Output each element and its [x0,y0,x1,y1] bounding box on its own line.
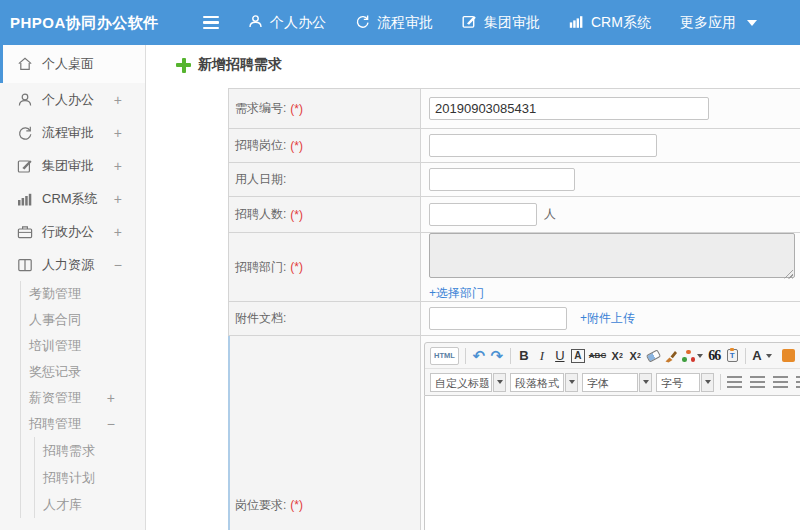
attachment-input[interactable] [429,307,567,330]
field-label: 招聘岗位: [235,137,286,154]
top-nav: 个人办公 流程审批 集团审批 CRM系统 更多应用 [248,0,757,45]
underline-button[interactable]: U [553,347,567,365]
recruit-count-input[interactable] [429,203,537,226]
redo-icon[interactable]: ↷ [490,347,504,365]
recruit-demand-form: 需求编号:(*) 招聘岗位:(*) 用人日期: 招聘人数:(*) 人 招聘部门:… [228,88,800,530]
sidebar-item-recruit-plan[interactable]: 招聘计划 [35,464,145,491]
align-justify-icon[interactable] [796,376,800,388]
main-content: 新增招聘需求 需求编号:(*) 招聘岗位:(*) 用人日期: 招聘人数:(*) … [147,45,800,530]
font-family-select[interactable]: 字体 [582,373,652,392]
group-approve-icon [17,158,33,174]
field-label: 岗位要求: [235,497,286,514]
user-icon [248,14,263,32]
color-dots-icon[interactable] [682,347,703,365]
nav-item-crm[interactable]: CRM系统 [569,14,651,32]
sidebar-item-recruit-mgmt[interactable]: 招聘管理− [21,411,145,437]
sidebar-item-process-approval[interactable]: 流程审批 + [0,116,145,149]
nav-item-process-approval[interactable]: 流程审批 [355,14,433,32]
expand-plus-icon[interactable]: + [114,158,122,174]
collapse-minus-icon[interactable]: − [107,416,115,432]
required-mark: (*) [290,139,303,153]
user-icon [17,92,33,108]
hire-date-input[interactable] [429,168,575,191]
undo-icon[interactable]: ↶ [472,347,486,365]
font-color-button[interactable]: A [752,347,771,365]
briefcase-icon [17,224,33,240]
recruit-dept-textarea[interactable] [429,233,795,278]
italic-button[interactable]: I [535,347,549,365]
required-mark: (*) [290,208,303,222]
expand-plus-icon[interactable]: + [114,224,122,240]
page-title: 新增招聘需求 [176,56,282,74]
paragraph-format-select[interactable]: 段落格式 [510,373,578,392]
sidebar-item-recruit-demand[interactable]: 招聘需求 [35,437,145,464]
format-painter-icon[interactable] [664,347,678,365]
sidebar-item-group-approval[interactable]: 集团审批 + [0,149,145,182]
field-label: 用人日期: [235,171,286,188]
crm-chart-icon [569,14,584,32]
form-row-dept: 招聘部门:(*) +选择部门 [229,233,800,302]
sidebar-item-hr-contract[interactable]: 人事合同 [21,307,145,333]
field-label: 需求编号: [235,100,286,117]
nav-item-personal-office[interactable]: 个人办公 [248,14,326,32]
recruit-submenu: 招聘需求 招聘计划 人才库 [34,437,145,518]
group-approve-icon [462,14,477,32]
align-left-icon[interactable] [727,376,742,388]
form-row-date: 用人日期: [229,163,800,197]
form-row-position: 招聘岗位:(*) [229,129,800,163]
strikethrough-button[interactable]: ABC [589,347,606,365]
editor-toolbar: HTML ↶ ↷ B I U A ABC X2 X2 [424,342,800,396]
sidebar-item-personal-desktop[interactable]: 个人桌面 [0,45,145,83]
superscript-button[interactable]: X2 [610,347,624,365]
collapse-minus-icon[interactable]: − [114,257,122,273]
editor-content-area[interactable] [424,396,800,530]
sidebar-item-attendance[interactable]: 考勤管理 [21,281,145,307]
nav-item-more-apps[interactable]: 更多应用 [680,14,757,32]
field-label: 附件文档: [235,310,286,327]
book-icon [17,257,33,273]
sidebar-item-admin-office[interactable]: 行政办公 + [0,215,145,248]
sidebar-item-training[interactable]: 培训管理 [21,333,145,359]
form-row-code: 需求编号:(*) [229,89,800,129]
crm-chart-icon [17,191,33,207]
attachment-upload-link[interactable]: +附件上传 [580,310,635,327]
select-dept-link[interactable]: +选择部门 [429,285,484,302]
align-center-icon[interactable] [750,376,765,388]
align-right-icon[interactable] [773,376,788,388]
bold-button[interactable]: B [517,347,531,365]
unit-suffix: 人 [544,206,556,223]
demand-code-input[interactable] [429,97,709,120]
caret-down-icon [747,20,757,26]
app-header: PHPOA协同办公软件 个人办公 流程审批 集团审批 CRM系统 更多应用 [0,0,800,45]
subscript-button[interactable]: X2 [628,347,642,365]
paste-icon[interactable]: T [725,347,739,365]
custom-title-select[interactable]: 自定义标题 [430,373,506,392]
expand-plus-icon[interactable]: + [114,92,122,108]
expand-plus-icon[interactable]: + [114,125,122,141]
required-mark: (*) [290,102,303,116]
eraser-icon[interactable] [646,347,660,365]
field-label: 招聘人数: [235,206,286,223]
rich-text-editor: HTML ↶ ↷ B I U A ABC X2 X2 [424,342,800,530]
sidebar-item-personal-office[interactable]: 个人办公 + [0,83,145,116]
process-cycle-icon [17,125,33,141]
form-row-count: 招聘人数:(*) 人 [229,197,800,233]
html-source-button[interactable]: HTML [430,347,459,365]
expand-plus-icon[interactable]: + [114,191,122,207]
blockquote-icon[interactable]: 66 [707,347,721,365]
recruit-position-input[interactable] [429,134,657,157]
required-mark: (*) [290,260,303,274]
sidebar-item-talent-pool[interactable]: 人才库 [35,491,145,518]
font-size-select[interactable]: 字号 [656,373,714,392]
nav-item-group-approval[interactable]: 集团审批 [462,14,540,32]
sidebar-item-crm[interactable]: CRM系统 + [0,182,145,215]
sidebar-item-salary[interactable]: 薪资管理+ [21,385,145,411]
font-style-button[interactable]: A [571,349,585,363]
sidebar-item-hr[interactable]: 人力资源 − [0,248,145,281]
expand-plus-icon[interactable]: + [107,390,115,406]
field-label: 招聘部门: [235,259,286,276]
clipped-toolbar-icon[interactable] [782,349,795,362]
add-plus-icon [176,58,191,73]
menu-toggle-icon[interactable] [203,16,219,32]
sidebar-item-reward-record[interactable]: 奖惩记录 [21,359,145,385]
